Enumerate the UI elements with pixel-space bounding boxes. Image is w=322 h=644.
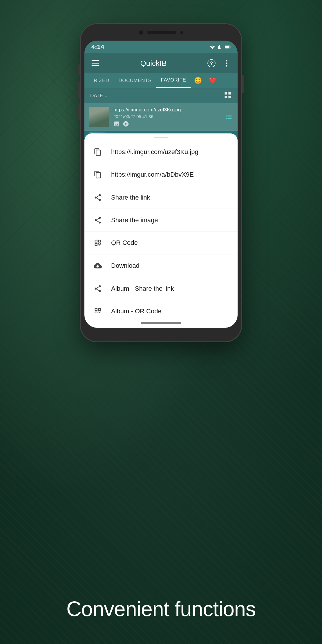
status-icons <box>209 45 231 49</box>
svg-rect-3 <box>92 60 100 61</box>
toolbar: QuickIB ? <box>84 53 238 73</box>
tab-favorite[interactable]: FAVORITE <box>156 73 191 88</box>
copy-icon-2 <box>93 169 103 180</box>
battery-icon <box>225 45 231 49</box>
tab-heart[interactable]: ❤️ <box>205 74 220 87</box>
copy-image-url-label: https://i.imgur.com/uzef3Ku.jpg <box>111 148 198 156</box>
tabs-bar: RIZED DOCUMENTS FAVORITE 😀 ❤️ <box>84 73 238 88</box>
share-icon-3 <box>93 283 103 294</box>
item-url: https://i.imgur.com/uzef3Ku.jpg <box>113 107 221 113</box>
svg-point-8 <box>226 60 227 61</box>
copy-album-url-label: https://imgur.com/a/bDbvX9E <box>111 171 194 178</box>
sheet-handle <box>154 137 168 138</box>
copy-image-url-item[interactable]: https://i.imgur.com/uzef3Ku.jpg <box>84 141 238 163</box>
copy-album-url-item[interactable]: https://imgur.com/a/bDbvX9E <box>84 163 238 186</box>
share-link-item[interactable]: Share the link <box>84 186 238 209</box>
mute-button <box>78 64 80 75</box>
svg-text:?: ? <box>210 61 213 66</box>
list-item[interactable]: https://i.imgur.com/uzef3Ku.jpg 2021/03/… <box>84 103 238 131</box>
item-date: 2021/03/27 05:41:36 <box>113 114 221 119</box>
tab-emoji[interactable]: 😀 <box>191 74 205 87</box>
wifi-icon <box>209 45 216 49</box>
list-info: https://i.imgur.com/uzef3Ku.jpg 2021/03/… <box>113 107 221 127</box>
sort-label[interactable]: DATE ↓ <box>90 93 107 99</box>
download-item[interactable]: Download <box>84 254 238 277</box>
qr-icon-2 <box>93 306 103 314</box>
album-qr-code-label: Album - QR Code <box>111 307 162 314</box>
front-camera <box>139 30 143 35</box>
thumbnail <box>89 107 109 127</box>
album-qr-code-item[interactable]: Album - QR Code <box>84 300 238 313</box>
album-share-link-item[interactable]: Album - Share the link <box>84 277 238 300</box>
volume-down-button <box>78 103 80 120</box>
copy-icon-1 <box>93 147 103 157</box>
share-link-label: Share the link <box>111 194 150 201</box>
share-icon-1 <box>93 192 103 203</box>
download-icon-1 <box>93 261 103 271</box>
svg-rect-2 <box>225 46 229 48</box>
grid-view-button[interactable] <box>224 91 232 100</box>
home-indicator <box>141 322 181 324</box>
qr-code-item[interactable]: QR Code <box>84 231 238 254</box>
app-title: QuickIB <box>105 59 202 68</box>
share-image-label: Share the image <box>111 216 158 224</box>
download-label: Download <box>111 262 140 269</box>
speaker <box>147 31 176 34</box>
svg-rect-1 <box>230 46 230 48</box>
qr-icon-1 <box>93 238 103 248</box>
share-icon-2 <box>93 215 103 225</box>
home-indicator-area <box>84 313 238 328</box>
help-button[interactable]: ? <box>206 58 217 68</box>
phone-screen: 4:14 <box>84 41 238 328</box>
tab-rized[interactable]: RIZED <box>89 74 114 88</box>
more-button[interactable] <box>221 58 232 68</box>
status-time: 4:14 <box>91 43 104 51</box>
list-actions <box>225 113 233 121</box>
menu-button[interactable] <box>90 58 101 68</box>
power-button <box>242 75 244 93</box>
qr-code-label: QR Code <box>111 239 138 247</box>
phone-frame: 4:14 <box>80 23 242 342</box>
svg-rect-4 <box>92 63 100 64</box>
sensor <box>180 31 183 34</box>
bottom-sheet: https://i.imgur.com/uzef3Ku.jpg https://… <box>84 133 238 313</box>
svg-rect-5 <box>92 65 100 66</box>
share-image-item[interactable]: Share the image <box>84 209 238 231</box>
svg-point-9 <box>226 63 227 64</box>
album-share-link-label: Album - Share the link <box>111 285 174 292</box>
status-bar: 4:14 <box>84 41 238 53</box>
tab-documents[interactable]: DOCUMENTS <box>114 74 156 88</box>
volume-up-button <box>78 81 80 99</box>
tagline: Convenient functions <box>0 597 322 621</box>
item-icons <box>113 121 221 127</box>
signal-icon <box>218 45 222 49</box>
phone-top-bar <box>115 28 207 37</box>
sort-bar: DATE ↓ <box>84 88 238 103</box>
svg-point-10 <box>226 65 227 67</box>
